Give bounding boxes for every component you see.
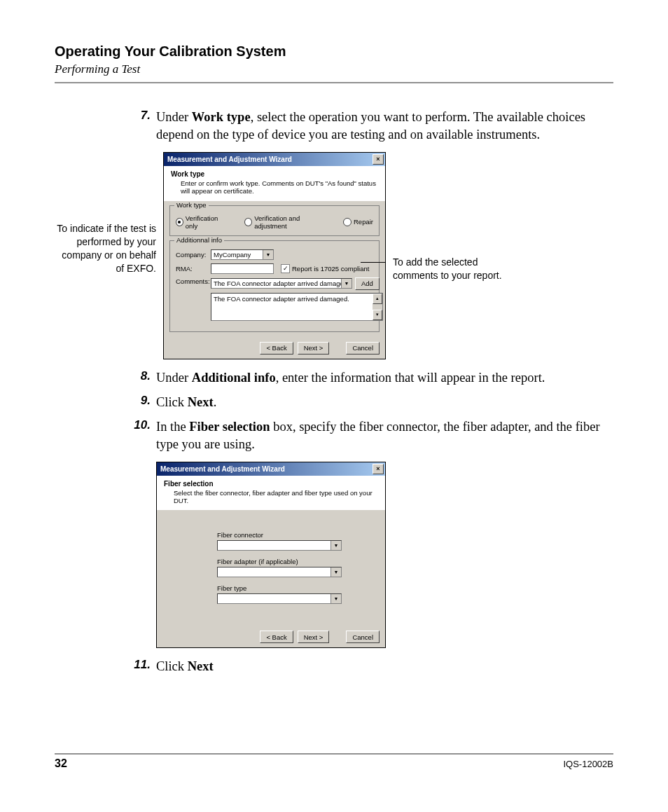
scroll-up-icon[interactable]: ▴ bbox=[373, 294, 382, 304]
step-number: 9. bbox=[128, 394, 156, 408]
radio-repair[interactable]: Repair bbox=[343, 214, 373, 230]
dialog-header: Fiber selection Select the fiber connect… bbox=[157, 476, 385, 511]
textarea-comments[interactable]: The FOA connector adapter arrived damage… bbox=[211, 293, 383, 321]
page-footer: 32 IQS-12002B bbox=[55, 753, 613, 770]
dialog-head-desc: Select the fiber connector, fiber adapte… bbox=[164, 489, 378, 505]
radio-verification-only[interactable]: Verification only bbox=[176, 214, 226, 230]
page-header: Operating Your Calibration System Perfor… bbox=[55, 43, 613, 83]
dialog-head-title: Fiber selection bbox=[164, 480, 378, 488]
close-icon[interactable]: × bbox=[373, 464, 384, 474]
chevron-down-icon: ▼ bbox=[341, 279, 352, 288]
combo-fiber-connector[interactable]: ▼ bbox=[217, 540, 342, 551]
close-icon[interactable]: × bbox=[373, 154, 384, 165]
connector-line bbox=[361, 262, 386, 263]
label-fiber-type: Fiber type bbox=[217, 584, 357, 592]
combo-comments[interactable]: The FOA connector adapter arrived damage… bbox=[211, 278, 352, 289]
radio-verification-adjustment[interactable]: Verification and adjustment bbox=[244, 214, 325, 230]
groupbox-additional-info: Additionnal info Company: MyCompany▼ RMA… bbox=[169, 240, 380, 332]
document-page: Operating Your Calibration System Perfor… bbox=[0, 0, 668, 812]
footer-rule bbox=[55, 753, 613, 755]
cancel-button[interactable]: Cancel bbox=[346, 631, 380, 643]
groupbox-worktype: Work type Verification only Verification… bbox=[169, 205, 380, 236]
label-fiber-connector: Fiber connector bbox=[217, 531, 357, 539]
dialog-button-row: < Back Next > Cancel bbox=[164, 339, 385, 359]
checkbox-compliant[interactable]: ✓ bbox=[281, 264, 290, 273]
figure-worktype: To indicate if the test is performed by … bbox=[55, 152, 613, 359]
chapter-title: Operating Your Calibration System bbox=[55, 43, 613, 60]
callout-right: To add the selected comments to your rep… bbox=[386, 256, 519, 282]
dialog-head-desc: Enter or confirm work type. Comments on … bbox=[171, 179, 378, 195]
cancel-button[interactable]: Cancel bbox=[346, 342, 380, 355]
step-text: Click Next. bbox=[156, 394, 613, 411]
label-comments: Comments: bbox=[176, 277, 211, 285]
label-compliant: Report is 17025 compliant bbox=[292, 265, 369, 273]
radio-icon bbox=[176, 218, 183, 226]
groupbox-legend: Work type bbox=[174, 201, 209, 209]
input-rma[interactable] bbox=[211, 263, 274, 274]
step-10: 10. In the Fiber selection box, specify … bbox=[128, 418, 613, 453]
scroll-down-icon[interactable]: ▾ bbox=[373, 310, 382, 320]
step-number: 7. bbox=[128, 109, 156, 123]
combo-fiber-type[interactable]: ▼ bbox=[217, 593, 342, 604]
step-text: In the Fiber selection box, specify the … bbox=[156, 418, 613, 453]
next-button[interactable]: Next > bbox=[298, 631, 330, 643]
chevron-down-icon: ▼ bbox=[330, 567, 341, 577]
dialog-header: Work type Enter or confirm work type. Co… bbox=[164, 166, 385, 201]
step-text: Under Work type, select the operation yo… bbox=[156, 109, 613, 144]
back-button[interactable]: < Back bbox=[260, 631, 293, 643]
combo-fiber-adapter[interactable]: ▼ bbox=[217, 567, 342, 577]
radio-icon bbox=[343, 218, 352, 226]
combo-company[interactable]: MyCompany▼ bbox=[211, 249, 274, 260]
groupbox-legend: Additionnal info bbox=[174, 236, 224, 244]
figure-fiber-selection: Measurement and Adjustment Wizard × Fibe… bbox=[55, 462, 613, 649]
step-number: 11. bbox=[128, 658, 156, 672]
label-rma: RMA: bbox=[176, 265, 211, 273]
chevron-down-icon: ▼ bbox=[330, 541, 341, 550]
dialog-worktype: Measurement and Adjustment Wizard × Work… bbox=[163, 152, 386, 359]
document-id: IQS-12002B bbox=[563, 759, 613, 769]
page-number: 32 bbox=[55, 757, 67, 770]
chevron-down-icon: ▼ bbox=[263, 250, 273, 259]
step-11: 11. Click Next bbox=[128, 658, 613, 675]
next-button[interactable]: Next > bbox=[298, 342, 330, 355]
section-title: Performing a Test bbox=[55, 62, 613, 76]
label-company: Company: bbox=[176, 251, 211, 259]
add-button[interactable]: Add bbox=[355, 277, 380, 290]
dialog-title: Measurement and Adjustment Wizard bbox=[167, 156, 292, 163]
dialog-button-row: < Back Next > Cancel bbox=[157, 628, 385, 647]
step-number: 10. bbox=[128, 418, 156, 432]
step-9: 9. Click Next. bbox=[128, 394, 613, 411]
dialog-title: Measurement and Adjustment Wizard bbox=[160, 465, 285, 473]
label-fiber-adapter: Fiber adapter (if applicable) bbox=[217, 558, 357, 565]
step-number: 8. bbox=[128, 369, 156, 383]
titlebar: Measurement and Adjustment Wizard × bbox=[157, 462, 385, 476]
radio-icon bbox=[244, 218, 252, 226]
step-8: 8. Under Additional info, enter the info… bbox=[128, 369, 613, 387]
step-7: 7. Under Work type, select the operation… bbox=[128, 109, 613, 144]
step-text: Click Next bbox=[156, 658, 613, 675]
callout-left: To indicate if the test is performed by … bbox=[55, 222, 163, 275]
content-area: 7. Under Work type, select the operation… bbox=[55, 88, 613, 675]
chevron-down-icon: ▼ bbox=[330, 594, 341, 603]
titlebar: Measurement and Adjustment Wizard × bbox=[164, 153, 385, 166]
step-text: Under Additional info, enter the informa… bbox=[156, 369, 613, 387]
header-rule bbox=[55, 82, 613, 83]
dialog-head-title: Work type bbox=[171, 170, 378, 178]
back-button[interactable]: < Back bbox=[260, 342, 293, 355]
dialog-fiber-selection: Measurement and Adjustment Wizard × Fibe… bbox=[156, 462, 386, 649]
scrollbar[interactable]: ▴ ▾ bbox=[373, 294, 382, 320]
